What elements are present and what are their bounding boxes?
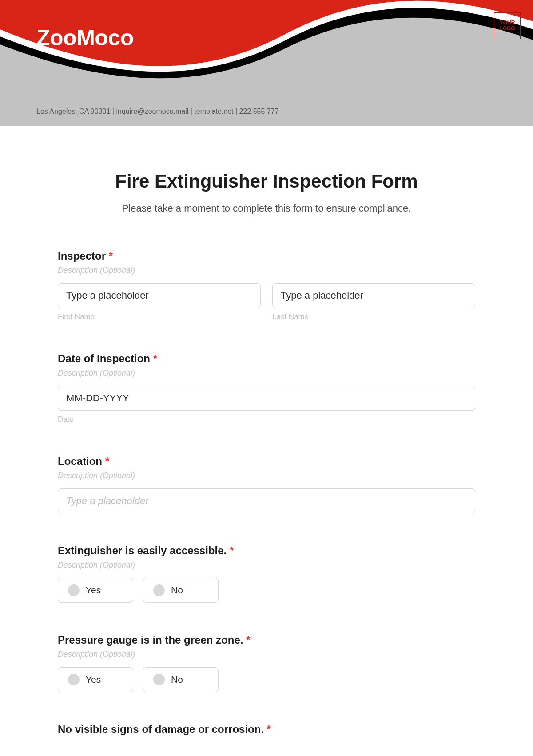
field-accessible: Extinguisher is easily accessible. * Des… [58,544,475,603]
inspector-desc: Description (Optional) [58,266,475,275]
field-inspector: Inspector * Description (Optional) First… [58,250,475,321]
date-desc: Description (Optional) [58,368,475,378]
accessible-desc: Description (Optional) [58,560,475,570]
logo-placeholder: YOUR LOGO [494,12,521,39]
form-subtitle: Please take a moment to complete this fo… [58,203,475,214]
field-location: Location * Description (Optional) [58,455,475,513]
pressure-no-option[interactable]: No [143,667,219,692]
damage-label: No visible signs of damage or corrosion.… [58,723,475,736]
field-pressure: Pressure gauge is in the green zone. * D… [58,634,475,692]
date-input[interactable] [58,386,475,411]
pressure-desc: Description (Optional) [58,650,475,659]
brand-name: ZooMoco [36,25,134,51]
location-label: Location * [58,455,475,468]
location-input[interactable] [58,488,475,513]
pressure-label: Pressure gauge is in the green zone. * [58,634,475,646]
first-name-input[interactable] [58,283,261,308]
location-desc: Description (Optional) [58,471,475,480]
date-label: Date of Inspection * [58,352,475,365]
radio-icon [153,584,165,596]
date-sublabel: Date [58,415,475,424]
radio-icon [68,674,80,685]
accessible-label: Extinguisher is easily accessible. * [58,544,475,557]
pressure-yes-option[interactable]: Yes [58,667,133,692]
form-title: Fire Extinguisher Inspection Form [58,171,475,192]
form-container: Fire Extinguisher Inspection Form Please… [0,126,533,756]
accessible-no-option[interactable]: No [143,578,219,603]
last-name-input[interactable] [272,283,475,308]
radio-icon [68,584,80,596]
field-date: Date of Inspection * Description (Option… [58,352,475,424]
field-damage: No visible signs of damage or corrosion.… [58,723,475,736]
last-name-sublabel: Last Name [272,312,475,321]
inspector-label: Inspector * [58,250,475,262]
first-name-sublabel: First Name [58,312,261,321]
radio-icon [153,674,165,685]
page-header: ZooMoco YOUR LOGO Los Angeles, CA 90301 … [0,0,533,126]
contact-info: Los Angeles, CA 90301 | inquire@zoomoco.… [36,108,279,116]
accessible-yes-option[interactable]: Yes [58,578,133,603]
